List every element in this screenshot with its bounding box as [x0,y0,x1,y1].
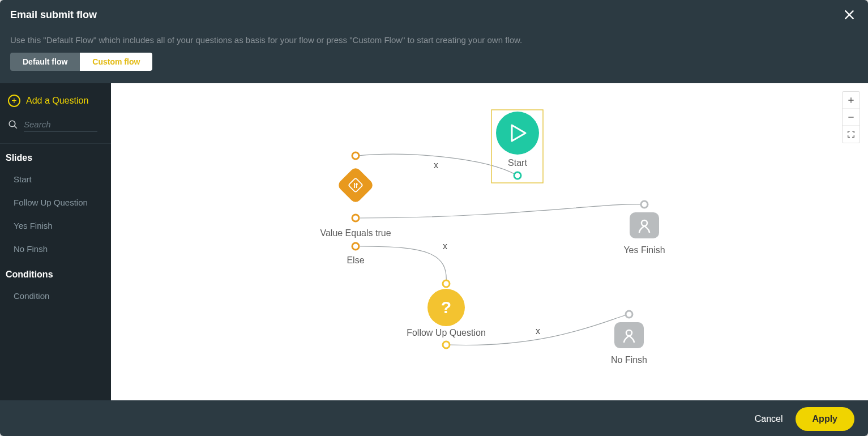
node-start-label: Start [508,158,527,168]
svg-point-0 [9,121,15,127]
zoom-in-button[interactable] [843,92,860,109]
svg-point-13 [641,201,648,208]
svg-point-8 [352,215,359,221]
custom-flow-button[interactable]: Custom flow [80,53,152,71]
svg-point-9 [352,243,359,250]
node-condition[interactable]: If Value Equals true Else [320,152,391,265]
node-yes-finish[interactable]: Yes Finish [623,201,665,255]
search-input[interactable] [24,117,97,132]
add-question-label: Add a Question [26,96,88,106]
search-icon [8,119,18,130]
condition-branch-true-label: Value Equals true [320,228,391,238]
zoom-out-button[interactable] [843,109,860,126]
question-mark-icon: ? [441,298,451,317]
info-text: Use this "Default Flow" which includes a… [10,35,858,45]
node-followup[interactable]: ? Follow Up Question [407,280,486,348]
flow-toggle-group: Default flow Custom flow [10,53,152,71]
plus-icon [846,96,856,105]
edge-remove-followup-nofinish[interactable]: x [536,326,540,336]
modal-footer: Cancel Apply [0,400,868,436]
sidebar-item-yes-finish[interactable]: Yes Finish [0,214,111,237]
fullscreen-icon [846,130,856,139]
modal-header: Email submit flow [0,0,868,29]
node-start[interactable]: Start [491,110,543,183]
svg-point-12 [443,341,450,348]
plus-circle-icon: + [8,95,20,107]
flow-editor-modal: Email submit flow Use this "Default Flow… [0,0,868,436]
svg-point-2 [496,112,539,155]
node-no-finish[interactable]: No Finsh [611,311,647,365]
minus-icon [846,113,856,122]
svg-point-4 [514,172,521,179]
apply-button[interactable]: Apply [796,407,854,431]
edge-remove-else-followup[interactable]: x [443,241,447,251]
sidebar-item-follow-up-question[interactable]: Follow Up Question [0,191,111,214]
cancel-button[interactable]: Cancel [755,414,783,424]
zoom-controls [842,91,860,143]
close-button[interactable] [841,6,858,23]
svg-point-10 [443,280,450,287]
flow-canvas[interactable]: x x x Start [111,83,868,400]
flow-canvas-svg: x x x Start [111,83,868,400]
edge-remove-start-condition[interactable]: x [434,160,438,170]
sidebar: + Add a Question Slides Start Follow Up … [0,83,111,400]
modal-title: Email submit flow [10,9,97,21]
node-followup-label: Follow Up Question [407,328,486,337]
modal-subheader: Use this "Default Flow" which includes a… [0,29,868,83]
sidebar-item-start[interactable]: Start [0,168,111,191]
node-yes-finish-label: Yes Finish [623,245,665,255]
search-wrap [0,112,111,140]
add-question-button[interactable]: + Add a Question [0,90,111,112]
condition-branch-else-label: Else [347,255,364,265]
sidebar-section-conditions-title: Conditions [0,260,111,284]
sidebar-item-condition[interactable]: Condition [0,284,111,307]
zoom-fit-button[interactable] [843,126,860,143]
svg-point-16 [626,311,632,318]
condition-if-label: If [353,182,358,190]
sidebar-item-no-finish[interactable]: No Finsh [0,237,111,260]
default-flow-button[interactable]: Default flow [10,53,80,71]
sidebar-section-slides-title: Slides [0,144,111,168]
svg-point-5 [352,152,359,159]
close-icon [843,8,856,21]
modal-body: + Add a Question Slides Start Follow Up … [0,83,868,400]
node-no-finish-label: No Finsh [611,355,647,365]
